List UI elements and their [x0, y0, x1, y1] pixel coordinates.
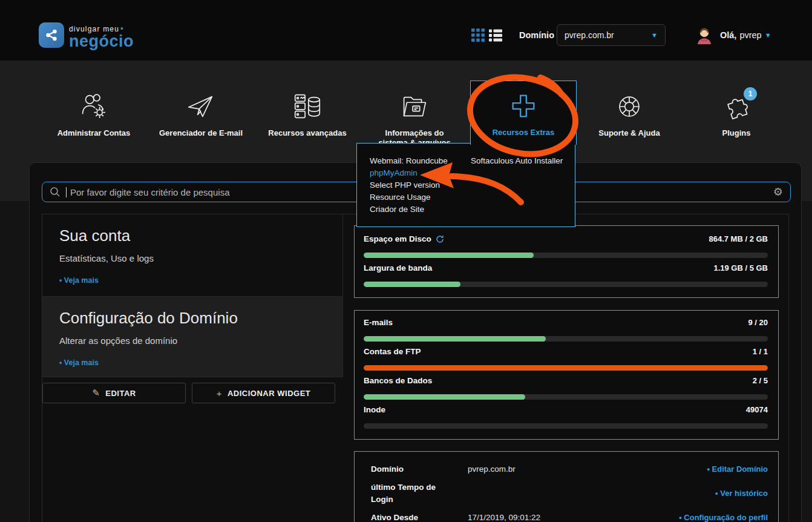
domain-select[interactable]: pvrep.com.br ▼ [557, 24, 666, 46]
disk-progress-fill [364, 253, 534, 258]
edit-button[interactable]: ✎ EDITAR [42, 383, 186, 403]
inode-value: 49074 [746, 405, 768, 414]
widget-subtitle: Alterar as opções de domínio [59, 335, 326, 346]
ftp-label: Contas de FTP [364, 347, 421, 356]
editar-dominio-link[interactable]: • Editar Domínio [707, 463, 768, 475]
widgets-grid: Sua conta Estatísticas, Uso e logs • Vej… [42, 214, 789, 522]
info-value-dominio: pvrep.com.br [468, 463, 516, 475]
widget-configuracao-dominio[interactable]: Configuração do Domínio Alterar as opçõe… [42, 297, 343, 377]
disk-progressbar [364, 253, 768, 258]
domain-label: Domínio [519, 30, 554, 40]
dropdown-right-column: Softaculous Auto Installer [471, 155, 563, 167]
nav-item-gerenciador-email[interactable]: Gerenciador de E-mail [148, 81, 254, 144]
nav-label: Plugins [684, 128, 789, 138]
chevron-down-icon: ▼ [765, 31, 771, 39]
search-settings-gear-icon[interactable]: ⚙ [773, 187, 783, 197]
logo-text: divulgar meu• negócio [69, 22, 134, 50]
pencil-icon: ✎ [92, 388, 100, 398]
veja-mais-link[interactable]: • Veja mais [59, 276, 326, 285]
veja-mais-link[interactable]: • Veja mais [59, 358, 326, 367]
configuracao-perfil-link[interactable]: • Configuração do perfil [679, 512, 768, 522]
usage-card-disk-bandwidth: Espaço em Disco 864.7 MB / 2 GB Largura … [354, 225, 779, 298]
menu-item-resource-usage[interactable]: Resource Usage [370, 191, 448, 203]
menu-item-softaculous[interactable]: Softaculous Auto Installer [471, 155, 563, 167]
nav-item-plugins[interactable]: 1 Plugins [684, 81, 789, 144]
info-label-ultimo-login: último Tempo de Login [371, 481, 442, 506]
add-widget-button-label: ADICIONAR WIDGET [228, 389, 310, 398]
emails-label: E-mails [364, 318, 393, 327]
menu-item-select-php-version[interactable]: Select PHP version [370, 179, 448, 191]
widget-title: Configuração do Domínio [59, 309, 326, 328]
plus-icon: + [217, 388, 222, 398]
usage-card-quotas: E-mails 9 / 20 Contas de FTP 1 / 1 Banco… [354, 310, 779, 440]
search-icon [50, 187, 61, 197]
list-view-icon[interactable] [489, 28, 503, 42]
app-logo[interactable]: divulgar meu• negócio [39, 22, 134, 50]
user-menu[interactable]: Olá, pvrep ▼ [720, 30, 771, 40]
bandwidth-value: 1.19 GB / 5 GB [713, 263, 768, 273]
emails-progress-fill [364, 336, 546, 342]
puzzle-icon: 1 [684, 90, 789, 124]
menu-item-webmail-roundcube[interactable]: Webmail: Roundcube [370, 155, 448, 167]
widget-sua-conta[interactable]: Sua conta Estatísticas, Uso e logs • Vej… [42, 214, 343, 297]
refresh-icon[interactable] [436, 235, 444, 243]
open-folder-icon [362, 90, 467, 124]
edit-button-label: EDITAR [105, 389, 136, 398]
ver-historico-link[interactable]: • Ver histórico [715, 487, 768, 500]
nav-item-recursos-avancadas[interactable]: Recursos avançadas [255, 81, 360, 144]
disk-label: Espaço em Disco [364, 234, 431, 243]
nav-item-recursos-extras-active[interactable]: Recursos Extras [470, 81, 577, 145]
lifebuoy-icon [577, 90, 682, 124]
info-label-dominio: Domínio [371, 463, 442, 475]
share-logo-icon [39, 22, 64, 48]
bandwidth-progressbar [364, 282, 768, 287]
paper-plane-icon [148, 90, 254, 124]
databases-progress-fill [364, 394, 525, 400]
emails-value: 9 / 20 [748, 318, 768, 327]
nav-item-suporte-ajuda[interactable]: Suporte & Ajuda [577, 81, 682, 144]
nav-item-informacoes-sistema[interactable]: Informações do sistema & arquivos [362, 81, 467, 144]
chevron-down-icon: ▼ [651, 31, 658, 39]
logo-brand: negócio [69, 33, 134, 50]
inode-progressbar [364, 423, 768, 429]
nav-label: Administrar Contas [41, 128, 146, 138]
plugins-badge: 1 [744, 87, 757, 101]
ftp-progressbar [364, 365, 768, 371]
menu-item-phpmyadmin[interactable]: phpMyAdmin [370, 167, 448, 179]
greeting-username: pvrep [739, 30, 761, 40]
databases-progressbar [364, 394, 768, 400]
menu-item-criador-de-site[interactable]: Criador de Site [370, 203, 448, 216]
users-gear-icon [41, 90, 146, 124]
user-avatar[interactable] [696, 26, 713, 44]
widget-title: Sua conta [59, 226, 326, 245]
inode-label: Inode [364, 405, 385, 414]
text-cursor [66, 187, 67, 197]
plus-icon [471, 89, 576, 123]
widget-subtitle: Estatísticas, Uso e logs [59, 253, 326, 263]
nav-label: Recursos avançadas [255, 128, 360, 138]
emails-progressbar [364, 336, 768, 342]
domain-select-value: pvrep.com.br [565, 30, 651, 40]
nav-item-administrar-contas[interactable]: Administrar Contas [41, 81, 146, 144]
add-widget-button[interactable]: + ADICIONAR WIDGET [192, 383, 335, 403]
disk-label-row: Espaço em Disco [364, 234, 444, 243]
app-screen: divulgar meu• negócio Do [0, 0, 812, 522]
ftp-progress-fill [364, 365, 768, 371]
dropdown-left-column: Webmail: Roundcube phpMyAdmin Select PHP… [370, 155, 448, 216]
ftp-value: 1 / 1 [753, 347, 768, 356]
server-database-icon [255, 90, 360, 124]
top-header: divulgar meu• negócio Do [0, 0, 812, 61]
greeting-hello: Olá, [720, 30, 736, 40]
bandwidth-progress-fill [364, 282, 460, 287]
nav-label: Suporte & Ajuda [577, 128, 682, 138]
grid-view-icon[interactable] [471, 28, 485, 42]
databases-value: 2 / 5 [753, 376, 768, 385]
recursos-extras-dropdown: Webmail: Roundcube phpMyAdmin Select PHP… [356, 143, 575, 227]
databases-label: Bancos de Dados [364, 376, 432, 385]
bandwidth-label: Largura de banda [364, 263, 432, 273]
info-value-ativo-desde: 17/1/2019, 09:01:22 [468, 512, 540, 522]
domain-info-card: Domínio pvrep.com.br • Editar Domínio úl… [354, 451, 779, 522]
nav-label: Informações do [362, 128, 467, 138]
nav-label: Gerenciador de E-mail [148, 128, 254, 138]
info-label-ativo-desde: Ativo Desde [371, 512, 442, 522]
